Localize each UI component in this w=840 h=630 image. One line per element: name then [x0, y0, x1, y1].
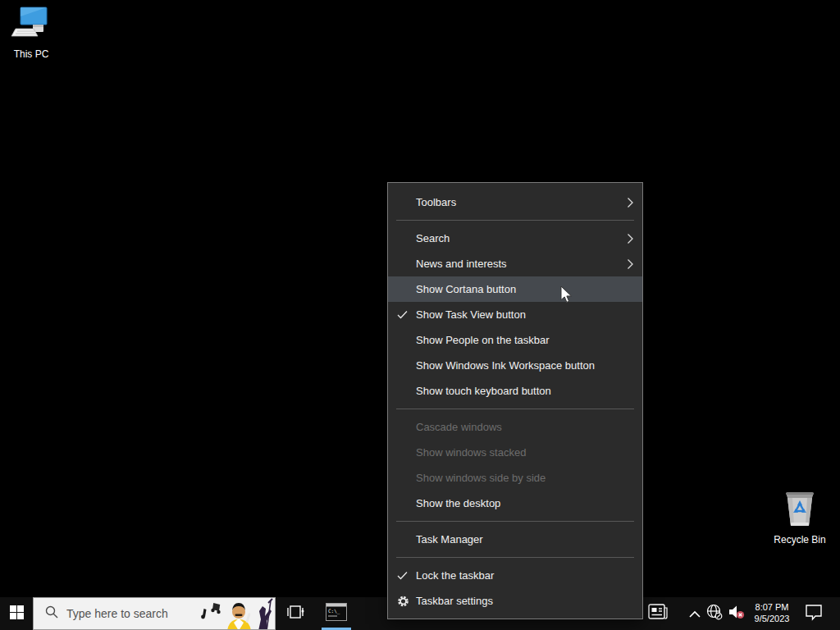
search-icon	[45, 605, 58, 622]
menu-item-lock-the-taskbar[interactable]: Lock the taskbar	[388, 563, 642, 588]
menu-separator	[396, 409, 634, 409]
menu-item-show-touch-keyboard[interactable]: Show touch keyboard button	[388, 378, 642, 404]
windows-logo-icon	[10, 605, 24, 623]
menu-item-show-windows-side-by-side: Show windows side by side	[388, 465, 642, 491]
volume-muted-icon	[728, 604, 746, 623]
search-input[interactable]	[66, 607, 181, 620]
checkmark-icon	[397, 310, 408, 319]
desktop-icon-label: This PC	[0, 48, 62, 60]
menu-item-search[interactable]: Search	[388, 226, 642, 251]
show-hidden-icons-button[interactable]	[686, 597, 704, 630]
news-and-interests-icon	[648, 604, 668, 623]
mouse-cursor	[560, 285, 575, 308]
menu-item-show-cortana-button[interactable]: Show Cortana button	[388, 276, 642, 302]
gear-icon	[397, 595, 409, 607]
this-pc-icon	[11, 31, 52, 45]
menu-item-label: Toolbars	[416, 196, 456, 208]
menu-item-toolbars[interactable]: Toolbars	[388, 189, 642, 215]
menu-item-label: News and interests	[416, 258, 507, 270]
chevron-right-icon	[628, 259, 633, 269]
network-globe-offline-icon	[706, 604, 723, 623]
task-view-button[interactable]	[282, 597, 310, 630]
taskbar-context-menu: Toolbars Search News and interests Show …	[387, 182, 643, 619]
menu-separator	[396, 220, 634, 221]
menu-item-label: Show touch keyboard button	[416, 385, 551, 397]
menu-item-label: Show Windows Ink Workspace button	[416, 359, 595, 372]
menu-item-show-windows-stacked: Show windows stacked	[388, 440, 642, 465]
menu-item-label: Cascade windows	[416, 421, 502, 433]
menu-separator	[396, 521, 634, 522]
recycle-bin-icon	[783, 517, 816, 531]
news-and-interests-button[interactable]	[643, 597, 673, 630]
chevron-right-icon	[628, 234, 633, 244]
menu-item-show-windows-ink-workspace[interactable]: Show Windows Ink Workspace button	[388, 353, 642, 378]
desktop-icon-this-pc[interactable]: This PC	[0, 7, 62, 60]
chevron-right-icon	[628, 198, 633, 208]
menu-item-label: Search	[416, 232, 450, 244]
menu-item-show-people[interactable]: Show People on the taskbar	[388, 327, 642, 353]
start-button[interactable]	[0, 597, 33, 630]
menu-item-label: Lock the taskbar	[416, 569, 494, 582]
menu-item-cascade-windows: Cascade windows	[388, 414, 642, 440]
taskbar-search-box[interactable]	[33, 597, 276, 630]
network-status-button[interactable]	[704, 597, 725, 630]
task-view-icon	[287, 604, 305, 623]
clock-date: 9/5/2023	[755, 614, 790, 625]
chevron-up-icon	[689, 606, 701, 621]
menu-item-label: Show windows side by side	[416, 472, 546, 484]
menu-item-label: Task Manager	[416, 533, 483, 546]
search-highlight-art[interactable]	[193, 598, 275, 630]
menu-item-label: Show People on the taskbar	[416, 334, 550, 346]
menu-item-show-task-view-button[interactable]: Show Task View button	[388, 302, 642, 327]
volume-button[interactable]	[725, 597, 748, 630]
desktop-icon-recycle-bin[interactable]: Recycle Bin	[769, 489, 831, 546]
desktop-icon-label: Recycle Bin	[769, 534, 831, 546]
menu-item-label: Show Task View button	[416, 308, 526, 321]
action-center-button[interactable]	[797, 597, 830, 630]
menu-item-label: Show Cortana button	[416, 283, 516, 295]
checkmark-icon	[397, 571, 408, 580]
taskbar-clock[interactable]: 8:07 PM 9/5/2023	[748, 597, 796, 630]
menu-item-label: Taskbar settings	[416, 595, 493, 607]
menu-item-label: Show windows stacked	[416, 446, 526, 459]
menu-item-label: Show the desktop	[416, 497, 500, 509]
taskbar-app-command-prompt[interactable]: C:\_	[320, 597, 353, 630]
svg-text:C:\_: C:\_	[328, 608, 340, 614]
menu-item-show-the-desktop[interactable]: Show the desktop	[388, 491, 642, 516]
menu-item-task-manager[interactable]: Task Manager	[388, 527, 642, 552]
menu-item-taskbar-settings[interactable]: Taskbar settings	[388, 588, 642, 614]
cmd-window-icon: C:\_	[326, 603, 347, 624]
action-center-icon	[805, 604, 823, 624]
clock-time: 8:07 PM	[756, 602, 789, 614]
menu-item-news-and-interests[interactable]: News and interests	[388, 251, 642, 276]
menu-separator	[396, 557, 634, 558]
